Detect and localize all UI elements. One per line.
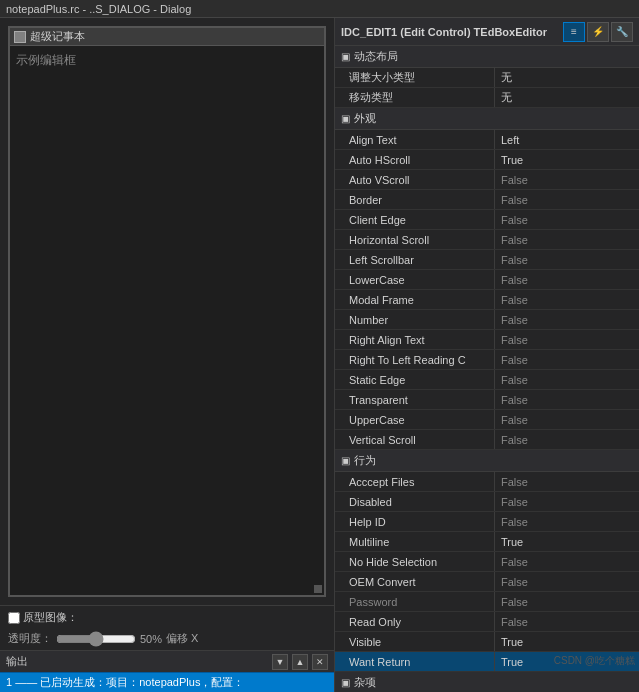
prop-value-lowercase: False bbox=[495, 270, 639, 289]
prop-name-static-edge: Static Edge bbox=[335, 370, 495, 389]
prop-row-align-text[interactable]: Align Text Left bbox=[335, 130, 639, 150]
transparency-slider[interactable] bbox=[56, 633, 136, 645]
prop-name-help-id: Help ID bbox=[335, 512, 495, 531]
editor-content: 示例编辑框 bbox=[10, 46, 324, 75]
output-icons: ▼ ▲ ✕ bbox=[272, 654, 328, 670]
right-panel: IDC_EDIT1 (Edit Control) TEdBoxEditor ≡ … bbox=[335, 18, 639, 692]
image-label-text: 原型图像： bbox=[23, 610, 78, 625]
prop-row-visible[interactable]: Visible True bbox=[335, 632, 639, 652]
prop-value-uppercase: False bbox=[495, 410, 639, 429]
prop-name-want-return: Want Return bbox=[335, 652, 495, 671]
prop-value-left-scrollbar: False bbox=[495, 250, 639, 269]
prop-row-border[interactable]: Border False bbox=[335, 190, 639, 210]
transparency-value: 50% bbox=[140, 633, 162, 645]
prop-row-resize-type[interactable]: 调整大小类型 无 bbox=[335, 68, 639, 88]
prop-row-disabled[interactable]: Disabled False bbox=[335, 492, 639, 512]
editor-title-bar: 超级记事本 bbox=[10, 28, 324, 46]
prop-value-client-edge: False bbox=[495, 210, 639, 229]
left-panel: 超级记事本 示例编辑框 原型图像： 透明度： 50% 偏移 X 输出 ▼ ▲ bbox=[0, 18, 335, 692]
prop-row-move-type[interactable]: 移动类型 无 bbox=[335, 88, 639, 108]
prop-row-no-hide-selection[interactable]: No Hide Selection False bbox=[335, 552, 639, 572]
prop-name-border: Border bbox=[335, 190, 495, 209]
section-header-dynamic: ▣ 动态布局 bbox=[335, 46, 639, 68]
title-bar: notepadPlus.rc - ..S_DIALOG - Dialog bbox=[0, 0, 639, 18]
prop-row-multiline[interactable]: Multiline True bbox=[335, 532, 639, 552]
section-label-behavior: 行为 bbox=[354, 453, 376, 468]
prop-value-modal-frame: False bbox=[495, 290, 639, 309]
output-bar: 输出 ▼ ▲ ✕ bbox=[0, 650, 334, 672]
prop-name-number: Number bbox=[335, 310, 495, 329]
prop-row-want-return[interactable]: Want Return True bbox=[335, 652, 639, 672]
prop-row-left-scrollbar[interactable]: Left Scrollbar False bbox=[335, 250, 639, 270]
offset-label: 偏移 X bbox=[166, 631, 198, 646]
prop-value-help-id: False bbox=[495, 512, 639, 531]
prop-row-lowercase[interactable]: LowerCase False bbox=[335, 270, 639, 290]
prop-row-oem-convert[interactable]: OEM Convert False bbox=[335, 572, 639, 592]
title-text: notepadPlus.rc - ..S_DIALOG - Dialog bbox=[6, 3, 191, 15]
prop-name-client-edge: Client Edge bbox=[335, 210, 495, 229]
section-header-misc: ▣ 杂项 bbox=[335, 672, 639, 692]
prop-name-read-only: Read Only bbox=[335, 612, 495, 631]
prop-row-uppercase[interactable]: UpperCase False bbox=[335, 410, 639, 430]
prop-value-resize-type: 无 bbox=[495, 68, 639, 87]
prop-row-modal-frame[interactable]: Modal Frame False bbox=[335, 290, 639, 310]
output-label: 输出 bbox=[6, 654, 28, 669]
prop-row-client-edge[interactable]: Client Edge False bbox=[335, 210, 639, 230]
section-header-behavior: ▣ 行为 bbox=[335, 450, 639, 472]
prop-name-no-hide-selection: No Hide Selection bbox=[335, 552, 495, 571]
props-content: ▣ 动态布局 调整大小类型 无 移动类型 无 ▣ 外观 Align Text L… bbox=[335, 46, 639, 692]
prop-name-accept-files: Acccept Files bbox=[335, 472, 495, 491]
prop-name-left-scrollbar: Left Scrollbar bbox=[335, 250, 495, 269]
prop-name-vertical-scroll: Vertical Scroll bbox=[335, 430, 495, 449]
toolbar-btn-sort[interactable]: ⚡ bbox=[587, 22, 609, 42]
prop-value-number: False bbox=[495, 310, 639, 329]
editor-title: 超级记事本 bbox=[30, 29, 85, 44]
props-title: IDC_EDIT1 (Edit Control) TEdBoxEditor bbox=[341, 26, 547, 38]
prop-row-horizontal-scroll[interactable]: Horizontal Scroll False bbox=[335, 230, 639, 250]
prop-name-modal-frame: Modal Frame bbox=[335, 290, 495, 309]
output-icon-down[interactable]: ▼ bbox=[272, 654, 288, 670]
prop-value-right-align-text: False bbox=[495, 330, 639, 349]
prop-name-horizontal-scroll: Horizontal Scroll bbox=[335, 230, 495, 249]
prop-value-auto-vscroll: False bbox=[495, 170, 639, 189]
editor-area: 超级记事本 示例编辑框 bbox=[8, 26, 326, 597]
toolbar-btn-settings[interactable]: 🔧 bbox=[611, 22, 633, 42]
prop-value-oem-convert: False bbox=[495, 572, 639, 591]
section-toggle-dynamic[interactable]: ▣ bbox=[341, 51, 350, 62]
prop-row-vertical-scroll[interactable]: Vertical Scroll False bbox=[335, 430, 639, 450]
prop-row-number[interactable]: Number False bbox=[335, 310, 639, 330]
prop-name-auto-vscroll: Auto VScroll bbox=[335, 170, 495, 189]
prop-row-auto-vscroll[interactable]: Auto VScroll False bbox=[335, 170, 639, 190]
prop-row-transparent[interactable]: Transparent False bbox=[335, 390, 639, 410]
prop-value-rtl-reading: False bbox=[495, 350, 639, 369]
prop-row-rtl-reading[interactable]: Right To Left Reading C False bbox=[335, 350, 639, 370]
image-checkbox[interactable] bbox=[8, 612, 20, 624]
prop-value-want-return: True bbox=[495, 652, 639, 671]
editor-placeholder: 示例编辑框 bbox=[16, 53, 76, 67]
prop-value-no-hide-selection: False bbox=[495, 552, 639, 571]
output-icon-up[interactable]: ▲ bbox=[292, 654, 308, 670]
prop-row-right-align-text[interactable]: Right Align Text False bbox=[335, 330, 639, 350]
prop-name-align-text: Align Text bbox=[335, 130, 495, 149]
prop-row-read-only[interactable]: Read Only False bbox=[335, 612, 639, 632]
prop-value-visible: True bbox=[495, 632, 639, 651]
prop-value-auto-hscroll: True bbox=[495, 150, 639, 169]
image-checkbox-label[interactable]: 原型图像： bbox=[8, 610, 78, 625]
toolbar-btn-list[interactable]: ≡ bbox=[563, 22, 585, 42]
output-icon-close[interactable]: ✕ bbox=[312, 654, 328, 670]
prop-value-horizontal-scroll: False bbox=[495, 230, 639, 249]
section-toggle-misc[interactable]: ▣ bbox=[341, 677, 350, 688]
prop-row-static-edge[interactable]: Static Edge False bbox=[335, 370, 639, 390]
section-toggle-appearance[interactable]: ▣ bbox=[341, 113, 350, 124]
prop-name-auto-hscroll: Auto HScroll bbox=[335, 150, 495, 169]
prop-value-vertical-scroll: False bbox=[495, 430, 639, 449]
prop-row-help-id[interactable]: Help ID False bbox=[335, 512, 639, 532]
prop-row-accept-files[interactable]: Acccept Files False bbox=[335, 472, 639, 492]
section-label-dynamic: 动态布局 bbox=[354, 49, 398, 64]
section-toggle-behavior[interactable]: ▣ bbox=[341, 455, 350, 466]
prop-row-auto-hscroll[interactable]: Auto HScroll True bbox=[335, 150, 639, 170]
props-toolbar: ≡ ⚡ 🔧 bbox=[563, 22, 633, 42]
prop-row-password[interactable]: Password False bbox=[335, 592, 639, 612]
resize-handle[interactable] bbox=[314, 585, 322, 593]
prop-name-visible: Visible bbox=[335, 632, 495, 651]
